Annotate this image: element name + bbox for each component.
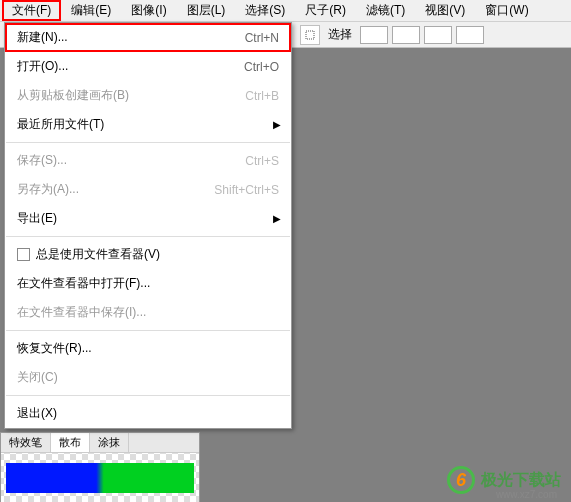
menu-item-open[interactable]: 打开(O)... Ctrl+O [5,52,291,81]
tab-effect-pen[interactable]: 特效笔 [1,433,51,452]
menu-item-label: 恢复文件(R)... [17,340,279,357]
brush-panel: 特效笔 散布 涂抹 [0,432,200,502]
menu-select[interactable]: 选择(S) [235,0,295,21]
menu-item-label: 在文件查看器中保存(I)... [17,304,279,321]
menu-item-save-as: 另存为(A)... Shift+Ctrl+S [5,175,291,204]
menu-item-label: 退出(X) [17,405,279,422]
tool-icon-1[interactable] [300,25,320,45]
file-dropdown-menu: 新建(N)... Ctrl+N 打开(O)... Ctrl+O 从剪贴板创建画布… [4,22,292,429]
menu-separator [6,236,290,237]
menu-item-label: 总是使用文件查看器(V) [36,246,279,263]
menu-separator [6,395,290,396]
menu-item-open-in-viewer[interactable]: 在文件查看器中打开(F)... [5,269,291,298]
menu-file[interactable]: 文件(F) [2,0,61,21]
menu-window[interactable]: 窗口(W) [475,0,538,21]
menu-item-label: 另存为(A)... [17,181,194,198]
menu-item-label: 从剪贴板创建画布(B) [17,87,225,104]
menu-item-label: 保存(S)... [17,152,225,169]
menu-item-label: 关闭(C) [17,369,279,386]
menu-item-save: 保存(S)... Ctrl+S [5,146,291,175]
menu-item-label: 打开(O)... [17,58,224,75]
submenu-arrow-icon: ▶ [273,119,281,130]
tab-scatter[interactable]: 散布 [51,433,90,452]
menu-item-recent[interactable]: 最近所用文件(T) ▶ [5,110,291,139]
menubar: 文件(F) 编辑(E) 图像(I) 图层(L) 选择(S) 尺子(R) 滤镜(T… [0,0,571,22]
brush-preview [1,453,199,502]
menu-item-label: 导出(E) [17,210,279,227]
menu-item-from-clipboard: 从剪贴板创建画布(B) Ctrl+B [5,81,291,110]
menu-separator [6,142,290,143]
svg-rect-0 [306,31,314,39]
menu-item-label: 最近所用文件(T) [17,116,279,133]
tool-box-3[interactable] [424,26,452,44]
tool-box-4[interactable] [456,26,484,44]
menu-item-label: 新建(N)... [17,29,225,46]
watermark-text: 极光下载站 [481,470,561,491]
menu-layer[interactable]: 图层(L) [177,0,236,21]
menu-item-new[interactable]: 新建(N)... Ctrl+N [5,23,291,52]
checkbox-icon[interactable] [17,248,30,261]
menu-item-exit[interactable]: 退出(X) [5,399,291,428]
selection-mode-label: 选择 [324,25,356,44]
brush-stroke-preview [6,463,194,493]
menu-item-shortcut: Ctrl+S [245,154,279,168]
menu-item-shortcut: Ctrl+N [245,31,279,45]
watermark-url: www.xz7.com [496,489,557,500]
menu-item-shortcut: Shift+Ctrl+S [214,183,279,197]
menu-item-save-in-viewer: 在文件查看器中保存(I)... [5,298,291,327]
submenu-arrow-icon: ▶ [273,213,281,224]
menu-ruler[interactable]: 尺子(R) [295,0,356,21]
menu-item-shortcut: Ctrl+B [245,89,279,103]
menu-item-recover[interactable]: 恢复文件(R)... [5,334,291,363]
watermark-logo-icon: 6 [447,466,475,494]
menu-filter[interactable]: 滤镜(T) [356,0,415,21]
menu-item-shortcut: Ctrl+O [244,60,279,74]
menu-item-close: 关闭(C) [5,363,291,392]
menu-image[interactable]: 图像(I) [121,0,176,21]
brush-tabs: 特效笔 散布 涂抹 [1,433,199,453]
menu-view[interactable]: 视图(V) [415,0,475,21]
menu-item-label: 在文件查看器中打开(F)... [17,275,279,292]
tool-box-2[interactable] [392,26,420,44]
menu-item-export[interactable]: 导出(E) ▶ [5,204,291,233]
menu-item-always-viewer[interactable]: 总是使用文件查看器(V) [5,240,291,269]
menu-edit[interactable]: 编辑(E) [61,0,121,21]
tool-box-1[interactable] [360,26,388,44]
tab-smudge[interactable]: 涂抹 [90,433,129,452]
menu-separator [6,330,290,331]
